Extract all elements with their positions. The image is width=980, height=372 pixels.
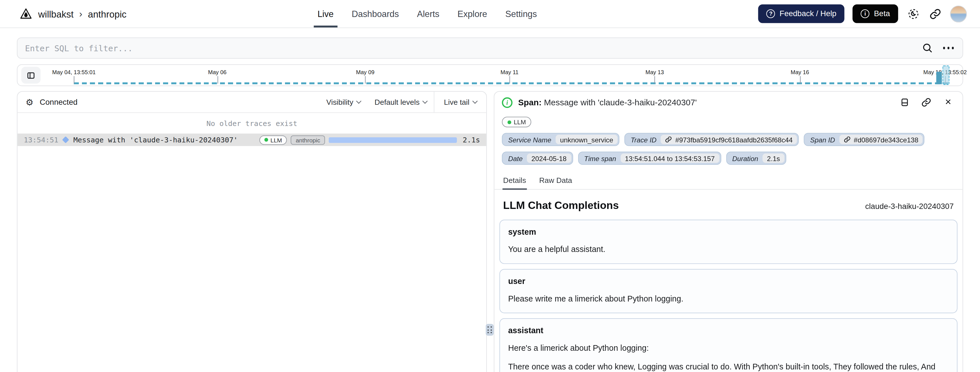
beta-button[interactable]: i Beta (853, 4, 898, 23)
span-info-icon: i (502, 97, 512, 108)
gear-icon[interactable]: ⚙ (25, 97, 33, 107)
trace-row-meta: LLM anthropic 2.1s (259, 135, 480, 144)
chevron-down-icon (423, 98, 428, 104)
trace-row[interactable]: 13:54:51 Message with 'claude-3-haiku-20… (18, 134, 486, 146)
tab-explore[interactable]: Explore (457, 0, 487, 27)
main-nav: Live Dashboards Alerts Explore Settings (318, 0, 537, 27)
message-role: user (508, 276, 949, 286)
span-id-link[interactable]: #d08697de343ce138 (839, 135, 923, 144)
message-role: system (508, 227, 949, 236)
filter-more-menu-icon[interactable] (942, 44, 955, 52)
link-icon (665, 136, 672, 143)
model-name: claude-3-haiku-20240307 (865, 202, 954, 211)
trace-duration: 2.1s (463, 135, 480, 144)
span-detail-panel: i Span: Message with 'claude-3-haiku-202… (494, 91, 963, 372)
tab-settings[interactable]: Settings (505, 0, 537, 27)
span-header: i Span: Message with 'claude-3-haiku-202… (494, 92, 963, 112)
connection-status: Connected (40, 98, 77, 106)
timeline-tick-label: May 13 (645, 70, 664, 76)
attr-trace-id: Trace ID #973fba5919cf9c618aafdb2635f68c… (624, 133, 799, 146)
tab-alerts[interactable]: Alerts (417, 0, 439, 27)
breadcrumb-chevron-icon: › (79, 8, 82, 18)
tab-live[interactable]: Live (318, 0, 334, 27)
timeline-strip: May 04, 13:55:01 May 06 May 09 May 11 Ma… (17, 64, 963, 86)
message-content: There once was a coder who knew, Logging… (508, 361, 949, 372)
no-older-traces-message: No older traces exist (18, 113, 486, 134)
link-icon (844, 136, 851, 143)
theme-toggle-icon[interactable] (906, 7, 920, 21)
message-card-assistant: assistant Here's a limerick about Python… (500, 318, 958, 372)
timeline-dashed-line (74, 82, 950, 84)
message-content: You are a helpful assistant. (508, 244, 949, 255)
traces-panel-header: ⚙ Connected Visibility Default levels Li… (18, 92, 486, 113)
scope-badge: anthropic (291, 135, 325, 144)
breadcrumb-project[interactable]: anthropic (88, 8, 126, 19)
tab-dashboards[interactable]: Dashboards (352, 0, 399, 27)
message-content: Here's a limerick about Python logging: (508, 343, 949, 354)
logfire-logo-icon (19, 7, 32, 21)
live-tail-dropdown[interactable]: Live tail (435, 92, 486, 112)
dock-panel-icon[interactable] (897, 95, 911, 109)
timeline-tick-label: May 16 (791, 70, 809, 76)
section-header: LLM Chat Completions claude-3-haiku-2024… (494, 199, 963, 212)
tab-details[interactable]: Details (503, 172, 527, 189)
info-icon: i (861, 9, 870, 18)
sql-filter-bar (17, 37, 963, 59)
sidebar-toggle-button[interactable] (21, 67, 41, 84)
span-attributes: Service Name unknown_service Trace ID #9… (494, 133, 963, 165)
panel-resize-handle[interactable] (486, 324, 494, 336)
feedback-help-button[interactable]: ? Feedback / Help (758, 4, 845, 23)
timeline-tick-label: May 04, 13:55:01 (52, 70, 95, 76)
attr-duration: Duration 2.1s (726, 152, 786, 165)
close-icon[interactable]: × (941, 95, 955, 109)
feedback-help-label: Feedback / Help (780, 9, 837, 18)
timeline-tick-label: May 09 (356, 70, 374, 76)
span-badges: LLM (494, 112, 963, 127)
live-tail-label: Live tail (444, 98, 469, 106)
question-icon: ? (767, 9, 775, 18)
default-levels-label: Default levels (375, 98, 420, 106)
header-actions: ? Feedback / Help i Beta (758, 4, 967, 23)
section-title: LLM Chat Completions (503, 199, 619, 212)
app-root: willbakst › anthropic Live Dashboards Al… (0, 0, 980, 372)
tab-raw-data[interactable]: Raw Data (538, 172, 573, 189)
default-levels-dropdown[interactable]: Default levels (368, 92, 434, 112)
breadcrumb-org[interactable]: willbakst (38, 8, 73, 19)
attr-time-span: Time span 13:54:51.044 to 13:54:53.157 (578, 152, 721, 165)
sql-filter-input[interactable] (25, 43, 920, 53)
trace-view-controls: Visibility Default levels Live tail (320, 92, 486, 112)
trace-duration-bar (329, 137, 457, 143)
attr-date: Date 2024-05-18 (502, 152, 573, 165)
attr-span-id: Span ID #d08697de343ce138 (804, 133, 925, 146)
chevron-down-icon (356, 98, 361, 104)
timeline-axis[interactable]: May 04, 13:55:01 May 06 May 09 May 11 Ma… (46, 65, 959, 85)
message-role: assistant (508, 326, 949, 335)
trace-message: Message with 'claude-3-haiku-20240307' (73, 135, 238, 144)
chat-messages: system You are a helpful assistant. user… (494, 212, 963, 372)
share-link-icon[interactable] (928, 7, 942, 21)
beta-label: Beta (874, 9, 890, 18)
trace-id-link[interactable]: #973fba5919cf9c618aafdb2635f68c44 (661, 135, 797, 144)
span-tabs: Details Raw Data (494, 172, 963, 190)
copy-link-icon[interactable] (919, 95, 933, 109)
attr-service-name: Service Name unknown_service (502, 133, 620, 146)
llm-badge: LLM (259, 135, 287, 144)
message-content: Please write me a limerick about Python … (508, 293, 949, 305)
visibility-label: Visibility (326, 98, 353, 106)
search-icon[interactable] (920, 41, 934, 55)
trace-timestamp: 13:54:51 (24, 135, 59, 144)
green-dot-icon (508, 120, 511, 124)
span-header-actions: × (897, 95, 955, 109)
chevron-down-icon (473, 98, 478, 104)
timeline-tick-label: May 11 (501, 70, 519, 76)
timeline-selection-region[interactable] (943, 65, 950, 85)
message-card-user: user Please write me a limerick about Py… (500, 269, 958, 313)
timeline-tick-label: May 06 (208, 70, 227, 76)
visibility-dropdown[interactable]: Visibility (320, 92, 368, 112)
timeline-histogram-bar (936, 71, 942, 84)
span-diamond-icon (62, 136, 70, 143)
app-header: willbakst › anthropic Live Dashboards Al… (0, 0, 980, 28)
llm-badge: LLM (502, 117, 532, 127)
user-avatar[interactable] (950, 5, 967, 22)
span-title: Span: Message with 'claude-3-haiku-20240… (518, 98, 697, 107)
